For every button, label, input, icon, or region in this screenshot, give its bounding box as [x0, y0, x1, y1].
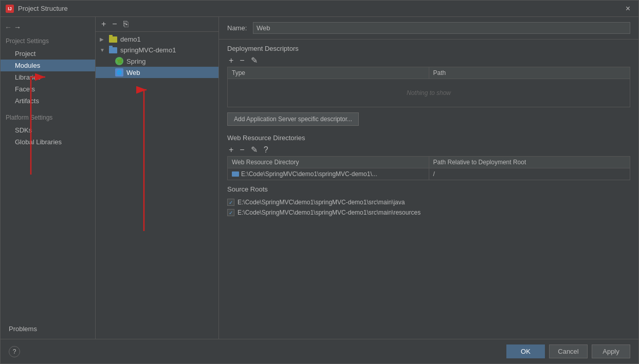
- sidebar-item-artifacts-label: Artifacts: [15, 97, 39, 105]
- wr-path-column: Path Relative to Deployment Root: [429, 157, 630, 168]
- type-column: Type: [228, 67, 429, 79]
- dd-add-button[interactable]: +: [227, 56, 235, 65]
- sidebar-item-artifacts[interactable]: Artifacts: [1, 95, 95, 107]
- help-button[interactable]: ?: [9, 346, 20, 357]
- source-root-checkbox-1[interactable]: [227, 209, 234, 216]
- tree-copy-button[interactable]: ⎘: [122, 20, 130, 28]
- wr-folder-icon: [232, 171, 239, 177]
- sidebar-item-project-label: Project: [15, 50, 35, 58]
- source-root-row-1: E:\Code\SpringMVC\demo1\springMVC-demo1\…: [227, 207, 630, 218]
- sidebar-item-facets[interactable]: Facets: [1, 83, 95, 95]
- deployment-empty: Nothing to show: [228, 79, 630, 107]
- forward-arrow[interactable]: →: [14, 23, 21, 31]
- tree-content: ▶ demo1 ▼ springMVC-demo1 🌿 Spring: [96, 32, 218, 339]
- name-input[interactable]: [253, 22, 630, 34]
- sidebar: ← → Project Settings Project Modules Lib…: [1, 17, 96, 339]
- wr-dir-cell: E:\Code\SpringMVC\demo1\springMVC-demo1\…: [228, 168, 429, 180]
- main-content: ← → Project Settings Project Modules Lib…: [1, 17, 638, 339]
- source-roots-section: Source Roots E:\Code\SpringMVC\demo1\spr…: [227, 185, 630, 218]
- sidebar-item-global-libraries-label: Global Libraries: [15, 138, 62, 146]
- tree-add-button[interactable]: +: [100, 20, 107, 28]
- project-structure-dialog: IJ Project Structure × ← → Project Setti…: [0, 0, 639, 364]
- tree-item-web-label: Web: [126, 69, 140, 76]
- source-root-checkbox-0[interactable]: [227, 199, 234, 206]
- sidebar-item-modules-label: Modules: [15, 62, 40, 69]
- folder-icon-demo1: [109, 36, 117, 43]
- source-root-row-0: E:\Code\SpringMVC\demo1\springMVC-demo1\…: [227, 197, 630, 207]
- nav-back: ← →: [1, 21, 95, 33]
- path-column: Path: [429, 67, 630, 79]
- tree-item-demo1-label: demo1: [120, 35, 141, 43]
- close-button[interactable]: ×: [623, 3, 633, 14]
- tree-item-spring[interactable]: 🌿 Spring: [96, 55, 218, 67]
- app-icon: IJ: [6, 5, 14, 13]
- deployment-table: Type Path Nothing to show: [227, 67, 630, 107]
- web-resource-table: Web Resource Directory Path Relative to …: [227, 156, 630, 180]
- source-roots-title: Source Roots: [227, 185, 630, 193]
- module-tree: + − ⎘ ▶ demo1 ▼ springMVC-demo1: [96, 17, 219, 339]
- deployment-table-header: Type Path: [228, 67, 630, 79]
- title-bar: IJ Project Structure ×: [1, 1, 638, 17]
- apply-button[interactable]: Apply: [592, 344, 630, 358]
- platform-settings-header: Platform Settings: [1, 112, 95, 123]
- wr-table-header: Web Resource Directory Path Relative to …: [228, 157, 630, 168]
- wr-remove-button[interactable]: −: [238, 146, 246, 154]
- dd-edit-button[interactable]: ✎: [249, 56, 259, 65]
- sidebar-item-libraries-label: Libraries: [15, 73, 41, 81]
- web-resource-toolbar: + − ✎ ?: [227, 146, 630, 154]
- wr-path-cell: /: [429, 168, 630, 180]
- sidebar-item-problems[interactable]: Problems: [1, 323, 95, 335]
- tree-item-web[interactable]: 🌐 Web: [96, 67, 218, 78]
- dialog-title: Project Structure: [18, 5, 623, 12]
- wr-dir-value: E:\Code\SpringMVC\demo1\springMVC-demo1\…: [241, 170, 377, 178]
- spring-icon: 🌿: [115, 57, 123, 65]
- sidebar-item-modules[interactable]: Modules: [1, 60, 95, 71]
- tree-remove-button[interactable]: −: [111, 20, 118, 28]
- bottom-left: ?: [9, 346, 502, 357]
- tree-item-springmvc[interactable]: ▼ springMVC-demo1: [96, 45, 218, 55]
- tree-item-demo1[interactable]: ▶ demo1: [96, 34, 218, 45]
- dd-remove-button[interactable]: −: [238, 56, 246, 65]
- deployment-toolbar: + − ✎: [227, 56, 630, 65]
- sidebar-item-libraries[interactable]: Libraries: [1, 71, 95, 83]
- tree-toolbar: + − ⎘: [96, 17, 218, 32]
- web-resource-row[interactable]: E:\Code\SpringMVC\demo1\springMVC-demo1\…: [228, 168, 630, 180]
- expand-icon-demo1: ▶: [100, 36, 106, 42]
- sidebar-item-project[interactable]: Project: [1, 48, 95, 60]
- sidebar-item-facets-label: Facets: [15, 85, 35, 93]
- web-icon: 🌐: [115, 68, 123, 76]
- source-root-label-0: E:\Code\SpringMVC\demo1\springMVC-demo1\…: [238, 199, 405, 206]
- name-row: Name:: [219, 17, 638, 40]
- wr-dir-column: Web Resource Directory: [228, 157, 429, 168]
- back-arrow[interactable]: ←: [5, 23, 12, 31]
- tree-item-springmvc-label: springMVC-demo1: [120, 46, 176, 54]
- project-settings-header: Project Settings: [1, 35, 95, 47]
- folder-icon-springmvc: [109, 47, 117, 53]
- sidebar-item-sdks[interactable]: SDKs: [1, 124, 95, 136]
- tree-item-spring-label: Spring: [126, 58, 146, 65]
- name-label: Name:: [227, 24, 248, 32]
- source-root-label-1: E:\Code\SpringMVC\demo1\springMVC-demo1\…: [238, 209, 421, 216]
- sidebar-item-global-libraries[interactable]: Global Libraries: [1, 136, 95, 148]
- bottom-bar: ? OK Cancel Apply: [1, 339, 638, 363]
- web-resource-title: Web Resource Directories: [227, 134, 630, 142]
- sidebar-item-sdks-label: SDKs: [15, 126, 32, 134]
- app-icon-text: IJ: [8, 6, 12, 11]
- right-panel: Name: Deployment Descriptors + − ✎ Type …: [219, 17, 638, 339]
- ok-button[interactable]: OK: [506, 344, 545, 358]
- deployment-descriptors-title: Deployment Descriptors: [227, 45, 630, 52]
- wr-help-button[interactable]: ?: [262, 146, 270, 154]
- sidebar-item-problems-label: Problems: [9, 325, 37, 333]
- cancel-button[interactable]: Cancel: [549, 344, 588, 358]
- right-content: Deployment Descriptors + − ✎ Type Path N…: [219, 40, 638, 339]
- add-descriptor-button[interactable]: Add Application Server specific descript…: [227, 112, 359, 126]
- expand-icon-springmvc: ▼: [100, 47, 106, 53]
- wr-edit-button[interactable]: ✎: [249, 146, 259, 154]
- wr-add-button[interactable]: +: [227, 146, 235, 154]
